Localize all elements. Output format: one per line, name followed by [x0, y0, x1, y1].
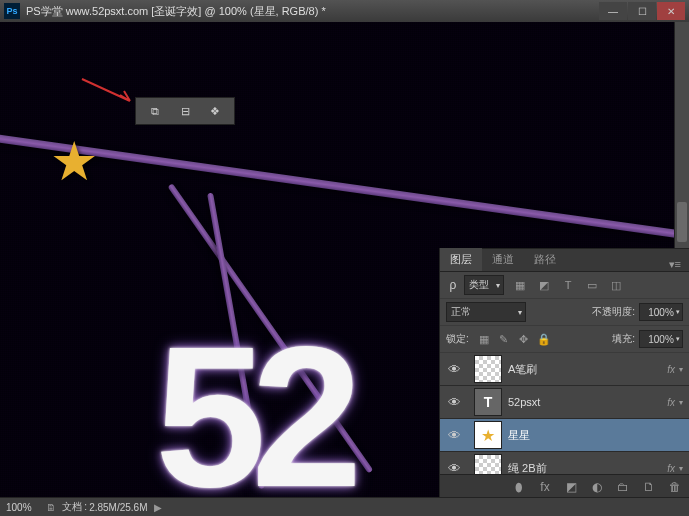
filter-text-icon[interactable]: T [560, 277, 576, 293]
annotation-arrow [80, 77, 140, 107]
layer-thumbnail[interactable] [474, 454, 502, 474]
layer-list: 👁 A笔刷 fx ▾ 👁 T 52psxt fx ▾ 👁 ★ 星星 👁 [440, 353, 689, 474]
filter-smart-icon[interactable]: ◫ [608, 277, 624, 293]
layers-panel: 图层 通道 路径 ▾≡ ρ 类型 ▦ ◩ T ▭ ◫ 正常 不透明度: 100%… [439, 248, 689, 499]
distribute-icon[interactable]: ⊟ [175, 101, 195, 121]
layer-item[interactable]: 👁 A笔刷 fx ▾ [440, 353, 689, 386]
window-title: PS学堂 www.52psxt.com [圣诞字效] @ 100% (星星, R… [26, 4, 598, 19]
lock-label: 锁定: [446, 332, 469, 346]
snow-text: 52 [155, 302, 347, 498]
opacity-input[interactable]: 100% [639, 303, 683, 321]
scroll-thumb[interactable] [677, 202, 687, 242]
visibility-icon[interactable]: 👁 [440, 461, 468, 475]
layer-thumbnail[interactable]: T [474, 388, 502, 416]
alignment-toolbar[interactable]: ⧉ ⊟ ❖ [135, 97, 235, 125]
titlebar: Ps PS学堂 www.52psxt.com [圣诞字效] @ 100% (星星… [0, 0, 689, 22]
filter-icon[interactable]: ρ [446, 278, 460, 292]
new-layer-icon[interactable]: 🗋 [641, 479, 657, 495]
close-button[interactable]: ✕ [657, 2, 685, 20]
fx-toggle-icon[interactable]: ▾ [679, 398, 683, 407]
layer-item[interactable]: 👁 ★ 星星 [440, 419, 689, 452]
tab-paths[interactable]: 路径 [524, 248, 566, 271]
delete-layer-icon[interactable]: 🗑 [667, 479, 683, 495]
fx-toggle-icon[interactable]: ▾ [679, 464, 683, 473]
photoshop-icon: Ps [4, 3, 20, 19]
zoom-level[interactable]: 100% [6, 502, 32, 513]
filter-row: ρ 类型 ▦ ◩ T ▭ ◫ [440, 272, 689, 299]
overlap-icon[interactable]: ❖ [205, 101, 225, 121]
fill-input[interactable]: 100% [639, 330, 683, 348]
filter-adjust-icon[interactable]: ◩ [536, 277, 552, 293]
layer-item[interactable]: 👁 绳 2B前 fx ▾ [440, 452, 689, 474]
expand-icon[interactable]: ▶ [154, 502, 162, 513]
layers-panel-footer: ⬮ fx ◩ ◐ 🗀 🗋 🗑 [440, 474, 689, 499]
layer-name[interactable]: 星星 [508, 428, 689, 443]
fx-badge[interactable]: fx [667, 397, 675, 408]
doc-size-label: 文档 : [62, 500, 88, 514]
filter-type-dropdown[interactable]: 类型 [464, 275, 504, 295]
layer-name[interactable]: 绳 2B前 [508, 461, 667, 475]
opacity-label: 不透明度: [592, 305, 635, 319]
layer-thumbnail[interactable]: ★ [474, 421, 502, 449]
document-icon[interactable]: 🗎 [46, 502, 56, 513]
layer-mask-icon[interactable]: ◩ [563, 479, 579, 495]
fx-toggle-icon[interactable]: ▾ [679, 365, 683, 374]
statusbar: 100% 🗎 文档 : 2.85M/25.6M ▶ [0, 497, 689, 516]
fx-badge[interactable]: fx [667, 364, 675, 375]
lock-transparent-icon[interactable]: ▦ [477, 332, 491, 346]
blend-row: 正常 不透明度: 100% [440, 299, 689, 326]
link-layers-icon[interactable]: ⬮ [511, 479, 527, 495]
blend-mode-dropdown[interactable]: 正常 [446, 302, 526, 322]
align-icon[interactable]: ⧉ [145, 101, 165, 121]
adjustment-layer-icon[interactable]: ◐ [589, 479, 605, 495]
maximize-button[interactable]: ☐ [628, 2, 656, 20]
lock-position-icon[interactable]: ✥ [517, 332, 531, 346]
panel-menu-icon[interactable]: ▾≡ [661, 258, 689, 271]
lock-pixels-icon[interactable]: ✎ [497, 332, 511, 346]
layer-item[interactable]: 👁 T 52psxt fx ▾ [440, 386, 689, 419]
layer-name[interactable]: 52psxt [508, 396, 667, 408]
fx-badge[interactable]: fx [667, 463, 675, 474]
minimize-button[interactable]: — [599, 2, 627, 20]
star-shape: ★ [50, 130, 98, 193]
panel-tabs: 图层 通道 路径 ▾≡ [440, 249, 689, 272]
tab-channels[interactable]: 通道 [482, 248, 524, 271]
doc-size-value: 2.85M/25.6M [89, 502, 147, 513]
lock-row: 锁定: ▦ ✎ ✥ 🔒 填充: 100% [440, 326, 689, 353]
lock-all-icon[interactable]: 🔒 [537, 332, 551, 346]
layer-thumbnail[interactable] [474, 355, 502, 383]
filter-pixel-icon[interactable]: ▦ [512, 277, 528, 293]
visibility-icon[interactable]: 👁 [440, 428, 468, 443]
tab-layers[interactable]: 图层 [440, 248, 482, 271]
new-group-icon[interactable]: 🗀 [615, 479, 631, 495]
visibility-icon[interactable]: 👁 [440, 395, 468, 410]
visibility-icon[interactable]: 👁 [440, 362, 468, 377]
layer-style-icon[interactable]: fx [537, 479, 553, 495]
layer-name[interactable]: A笔刷 [508, 362, 667, 377]
filter-shape-icon[interactable]: ▭ [584, 277, 600, 293]
fill-label: 填充: [612, 332, 635, 346]
